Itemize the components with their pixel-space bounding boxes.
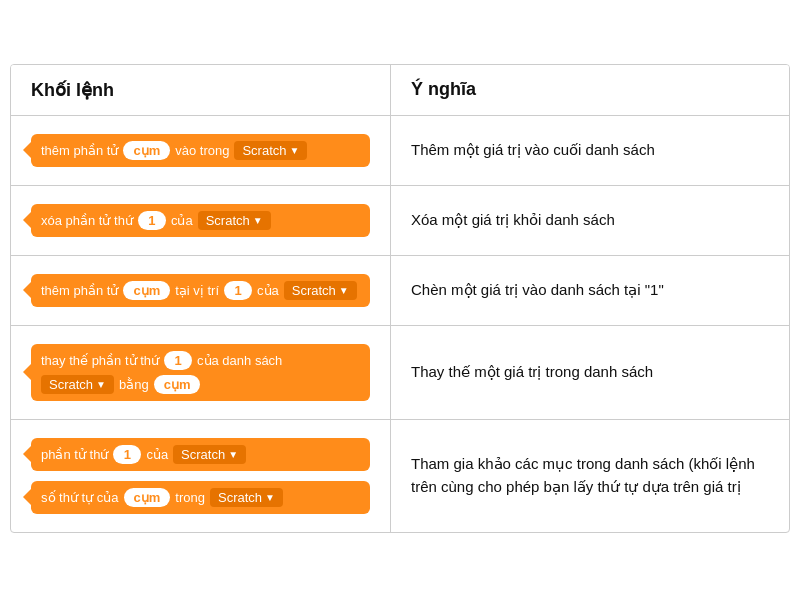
block-text: trong [175,490,205,505]
table-header: Khối lệnh Ý nghĩa [11,65,789,116]
scratch-block-add: thêm phần tử cụm vào trong Scratch ▼ [31,134,370,167]
block-text: xóa phần tử thứ [41,213,133,228]
block-text: của [257,283,279,298]
block-text: thay thế phần tử thứ [41,353,159,368]
meaning-text: Thêm một giá trị vào cuối danh sách [411,139,655,162]
meaning-text: Thay thế một giá trị trong danh sách [411,361,653,384]
table-row: xóa phần tử thứ 1 của Scratch ▼ Xóa một … [11,186,789,256]
main-table: Khối lệnh Ý nghĩa thêm phần tử cụm vào t… [10,64,790,533]
block-text: thêm phần tử [41,143,118,158]
meaning-cell: Xóa một giá trị khỏi danh sách [391,186,789,255]
block-num-input: 1 [138,211,166,230]
scratch-block-get-order: số thứ tự của cụm trong Scratch ▼ [31,481,370,514]
table-row: thêm phần tử cụm vào trong Scratch ▼ Thê… [11,116,789,186]
block-dropdown-scratch: Scratch ▼ [234,141,307,160]
table-row: thay thế phần tử thứ 1 của danh sách Scr… [11,326,789,420]
block-text: vào trong [175,143,229,158]
block-dropdown-scratch: Scratch ▼ [41,375,114,394]
command-cell: thay thế phần tử thứ 1 của danh sách Scr… [11,326,391,419]
block-dropdown-scratch: Scratch ▼ [198,211,271,230]
block-text: của danh sách [197,353,282,368]
block-num-input: 1 [164,351,192,370]
block-dropdown-scratch: Scratch ▼ [173,445,246,464]
block-dropdown-scratch: Scratch ▼ [284,281,357,300]
block-text: bằng [119,377,149,392]
command-cell: phần tử thứ 1 của Scratch ▼ số thứ tự củ… [11,420,391,532]
scratch-block-insert: thêm phần tử cụm tại vị trí 1 của Scratc… [31,274,370,307]
table-row: phần tử thứ 1 của Scratch ▼ số thứ tự củ… [11,420,789,532]
block-oval-cum: cụm [123,141,170,160]
header-command: Khối lệnh [11,65,391,115]
block-text: số thứ tự của [41,490,119,505]
block-oval-cum: cụm [124,488,171,507]
block-oval-cum: cụm [154,375,201,394]
block-text: thêm phần tử [41,283,118,298]
block-num-input: 1 [224,281,252,300]
command-cell: thêm phần tử cụm tại vị trí 1 của Scratc… [11,256,391,325]
block-dropdown-scratch: Scratch ▼ [210,488,283,507]
block-text: của [146,447,168,462]
scratch-block-replace: thay thế phần tử thứ 1 của danh sách Scr… [31,344,370,401]
block-text: phần tử thứ [41,447,108,462]
meaning-text: Chèn một giá trị vào danh sách tại "1" [411,279,664,302]
scratch-block-delete: xóa phần tử thứ 1 của Scratch ▼ [31,204,370,237]
block-text: của [171,213,193,228]
meaning-cell: Thay thế một giá trị trong danh sách [391,326,789,419]
command-cell: xóa phần tử thứ 1 của Scratch ▼ [11,186,391,255]
meaning-text: Tham gia khảo các mục trong danh sách (k… [411,453,769,498]
command-cell: thêm phần tử cụm vào trong Scratch ▼ [11,116,391,185]
meaning-cell: Chèn một giá trị vào danh sách tại "1" [391,256,789,325]
block-num-input: 1 [113,445,141,464]
table-row: thêm phần tử cụm tại vị trí 1 của Scratc… [11,256,789,326]
scratch-block-get-item: phần tử thứ 1 của Scratch ▼ [31,438,370,471]
block-oval-cum: cụm [123,281,170,300]
meaning-text: Xóa một giá trị khỏi danh sách [411,209,615,232]
meaning-cell: Thêm một giá trị vào cuối danh sách [391,116,789,185]
block-text: tại vị trí [175,283,219,298]
meaning-cell: Tham gia khảo các mục trong danh sách (k… [391,420,789,532]
header-meaning: Ý nghĩa [391,65,789,115]
